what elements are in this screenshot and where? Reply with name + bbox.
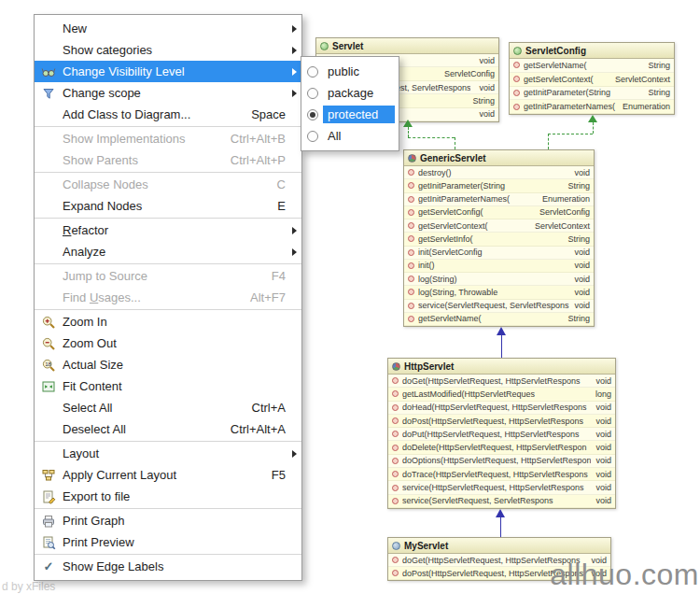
uml-method-row[interactable]: doOptions(HttpServletRequest, HttpServle… bbox=[388, 455, 615, 468]
uml-method-row[interactable]: getInitParameterNames(Enumeration bbox=[510, 100, 674, 114]
menu-shortcut: Alt+F7 bbox=[250, 290, 286, 304]
menu-item-zoom-in[interactable]: Zoom In bbox=[35, 311, 301, 332]
actual-size-icon: 18 bbox=[39, 357, 58, 374]
class-header[interactable]: GenericServlet bbox=[404, 150, 594, 166]
uml-method-row[interactable]: init()void bbox=[404, 260, 594, 273]
menu-item-show-edge-labels[interactable]: ✓Show Edge Labels bbox=[35, 556, 301, 577]
uml-method-row[interactable]: getServletInfo(String bbox=[404, 233, 594, 246]
uml-method-row[interactable]: doPost(HttpServletRequest, HttpServletRe… bbox=[388, 415, 615, 428]
uml-method-row[interactable]: destroy()void bbox=[404, 166, 594, 179]
class-header[interactable]: ServletConfig bbox=[510, 43, 674, 59]
uml-method-row[interactable]: getServletConfig(ServletConfig bbox=[404, 206, 594, 219]
visibility-option-all[interactable]: All bbox=[301, 125, 399, 147]
method-name: doTrace(HttpServletRequest, HttpServletR… bbox=[402, 470, 591, 479]
uml-method-row[interactable]: getServletContext(ServletContext bbox=[404, 219, 594, 233]
menu-item-jump-to-source: Jump to SourceF4 bbox=[35, 265, 301, 287]
method-icon bbox=[408, 196, 414, 203]
menu-item-refactor[interactable]: Refactor bbox=[35, 219, 301, 241]
menu-item-label: Collapse Nodes bbox=[63, 177, 262, 191]
uml-method-row[interactable]: getServletName(String bbox=[404, 313, 594, 326]
menu-item-label: Jump to Source bbox=[63, 269, 257, 283]
uml-method-row[interactable]: service(ServletRequest, ServletResponsvo… bbox=[388, 495, 615, 508]
uml-method-row[interactable]: doPut(HttpServletRequest, HttpServletRes… bbox=[388, 428, 615, 441]
icon-spacer bbox=[39, 268, 58, 285]
method-icon bbox=[408, 169, 414, 176]
visibility-option-package[interactable]: package bbox=[301, 82, 399, 104]
menu-item-show-implementations: Show ImplementationsCtrl+Alt+B bbox=[35, 128, 301, 149]
uml-method-row[interactable]: log(String, Throwablevoid bbox=[404, 286, 594, 299]
menu-item-apply-current-layout[interactable]: Apply Current LayoutF5 bbox=[35, 464, 301, 486]
menu-item-label: Add Class to Diagram... bbox=[63, 107, 236, 121]
uml-method-row[interactable]: doGet(HttpServletRequest, HttpServletRes… bbox=[388, 375, 615, 388]
menu-item-deselect-all[interactable]: Deselect AllCtrl+Alt+A bbox=[35, 418, 301, 440]
menu-item-new[interactable]: New bbox=[35, 18, 301, 39]
uml-method-row[interactable]: getServletName(String bbox=[510, 59, 674, 73]
return-type: String bbox=[567, 314, 590, 323]
method-icon bbox=[408, 209, 414, 216]
uml-method-row[interactable]: service(HttpServletRequest, HttpServletR… bbox=[388, 481, 615, 494]
uml-method-row[interactable]: getInitParameterNames(Enumeration bbox=[404, 193, 594, 206]
uml-method-row[interactable]: getInitParameter(StringString bbox=[510, 87, 674, 101]
return-type: void bbox=[595, 417, 611, 426]
menu-item-analyze[interactable]: Analyze bbox=[35, 241, 301, 262]
implements-arrowhead bbox=[403, 120, 413, 127]
method-icon bbox=[408, 303, 414, 309]
icon-spacer bbox=[39, 290, 58, 306]
menu-item-fit-content[interactable]: Fit Content bbox=[35, 375, 301, 397]
method-icon bbox=[392, 557, 399, 563]
class-node-servletconfig[interactable]: ServletConfiggetServletName(StringgetSer… bbox=[509, 42, 675, 115]
uml-method-row[interactable]: service(ServletRequest, ServletResponsvo… bbox=[404, 300, 594, 313]
uml-method-row[interactable]: doTrace(HttpServletRequest, HttpServletR… bbox=[388, 468, 615, 481]
menu-separator bbox=[35, 441, 301, 442]
method-name: getServletContext( bbox=[418, 221, 530, 231]
return-type: long bbox=[595, 389, 611, 399]
menu-item-print-preview[interactable]: Print Preview bbox=[35, 531, 301, 553]
uml-method-row[interactable]: getLastModified(HttpServletRequeslong bbox=[388, 388, 615, 401]
class-node-genericservlet[interactable]: GenericServletdestroy()voidgetInitParame… bbox=[403, 149, 595, 327]
method-icon bbox=[408, 235, 414, 242]
uml-method-row[interactable]: getInitParameter(StringString bbox=[404, 179, 594, 192]
class-header[interactable]: Servlet bbox=[316, 38, 498, 54]
menu-item-expand-nodes[interactable]: Expand NodesE bbox=[35, 195, 301, 217]
menu-item-print-graph[interactable]: Print Graph bbox=[35, 510, 301, 531]
method-list: destroy()voidgetInitParameter(StringStri… bbox=[404, 166, 594, 326]
class-node-httpservlet[interactable]: HttpServletdoGet(HttpServletRequest, Htt… bbox=[387, 358, 616, 509]
uml-method-row[interactable]: getServletContext(ServletContext bbox=[510, 73, 674, 87]
implements-edge bbox=[548, 134, 549, 149]
menu-item-label: Analyze bbox=[63, 245, 286, 259]
uml-method-row[interactable]: doHead(HttpServletRequest, HttpServletRe… bbox=[388, 402, 615, 415]
method-name: doGet(HttpServletRequest, HttpServletRes… bbox=[402, 376, 591, 386]
class-name: GenericServlet bbox=[420, 153, 486, 163]
method-icon bbox=[392, 458, 399, 464]
fit-content-icon bbox=[39, 378, 58, 395]
uml-method-row[interactable]: doDelete(HttpServletRequest, HttpServlet… bbox=[388, 441, 615, 454]
method-name: init(ServletConfig bbox=[418, 248, 569, 257]
menu-item-export-to-file[interactable]: Export to file bbox=[35, 486, 301, 507]
return-type: void bbox=[595, 376, 611, 386]
menu-item-layout[interactable]: Layout bbox=[35, 443, 301, 464]
menu-item-label: Find Usages... bbox=[63, 290, 235, 304]
uml-method-row[interactable]: log(String)void bbox=[404, 273, 594, 286]
menu-item-select-all[interactable]: Select AllCtrl+A bbox=[35, 397, 301, 418]
menu-item-show-categories[interactable]: Show categories bbox=[35, 39, 301, 61]
class-header[interactable]: HttpServlet bbox=[388, 359, 615, 375]
menu-item-collapse-nodes: Collapse NodesC bbox=[35, 174, 301, 195]
method-name: doOptions(HttpServletRequest, HttpServle… bbox=[402, 456, 591, 465]
visibility-option-protected[interactable]: protected bbox=[301, 104, 399, 125]
menu-separator bbox=[35, 309, 301, 310]
menu-item-label: Export to file bbox=[63, 489, 286, 503]
return-type: String bbox=[648, 61, 670, 70]
menu-item-change-scope[interactable]: Change scope bbox=[35, 82, 301, 104]
class-header[interactable]: MyServlet bbox=[388, 538, 610, 554]
menu-item-change-visibility-level[interactable]: Change Visibility Level bbox=[35, 61, 301, 82]
visibility-option-public[interactable]: public bbox=[301, 61, 399, 82]
method-icon bbox=[408, 289, 414, 295]
uml-method-row[interactable]: init(ServletConfigvoid bbox=[404, 247, 594, 260]
extends-arrowhead bbox=[497, 327, 506, 335]
menu-item-add-class-to-diagram[interactable]: Add Class to Diagram...Space bbox=[35, 104, 301, 125]
menu-item-label: Print Graph bbox=[63, 514, 286, 528]
method-name: doDelete(HttpServletRequest, HttpServlet… bbox=[402, 443, 591, 452]
menu-item-zoom-out[interactable]: Zoom Out bbox=[35, 332, 301, 354]
menu-item-actual-size[interactable]: 18Actual Size bbox=[35, 354, 301, 375]
extends-edge bbox=[500, 517, 501, 537]
